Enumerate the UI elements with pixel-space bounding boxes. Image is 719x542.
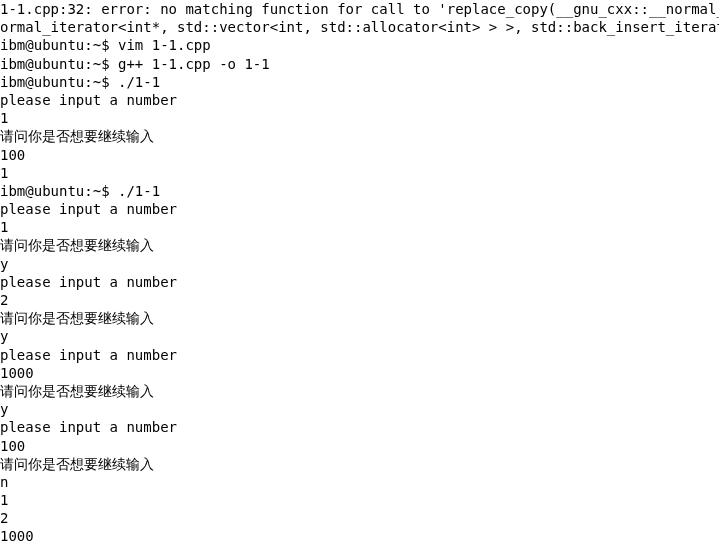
terminal-line: ibm@ubuntu:~$ ./1-1 [0,73,719,91]
terminal-line: please input a number [0,273,719,291]
terminal-line: ibm@ubuntu:~$ g++ 1-1.cpp -o 1-1 [0,55,719,73]
terminal-line: 请问你是否想要继续输入 [0,236,719,254]
terminal-line: please input a number [0,346,719,364]
terminal-line: 100 [0,437,719,455]
terminal-output[interactable]: 1-1.cpp:32: error: no matching function … [0,0,719,542]
terminal-line: 1-1.cpp:32: error: no matching function … [0,0,719,18]
terminal-line: please input a number [0,200,719,218]
terminal-line: please input a number [0,91,719,109]
terminal-line: y [0,327,719,345]
terminal-line: 请问你是否想要继续输入 [0,455,719,473]
terminal-line: please input a number [0,418,719,436]
terminal-line: 1000 [0,527,719,542]
terminal-line: 1 [0,164,719,182]
terminal-line: 1000 [0,364,719,382]
terminal-line: n [0,473,719,491]
terminal-line: 1 [0,491,719,509]
terminal-line: 2 [0,509,719,527]
terminal-line: 1 [0,218,719,236]
terminal-line: ibm@ubuntu:~$ vim 1-1.cpp [0,36,719,54]
terminal-line: 请问你是否想要继续输入 [0,127,719,145]
terminal-line: y [0,255,719,273]
terminal-line: ibm@ubuntu:~$ ./1-1 [0,182,719,200]
terminal-line: 100 [0,146,719,164]
terminal-line: 请问你是否想要继续输入 [0,309,719,327]
terminal-line: 请问你是否想要继续输入 [0,382,719,400]
terminal-line: y [0,400,719,418]
terminal-line: 1 [0,109,719,127]
terminal-line: ormal_iterator<int*, std::vector<int, st… [0,18,719,36]
terminal-line: 2 [0,291,719,309]
